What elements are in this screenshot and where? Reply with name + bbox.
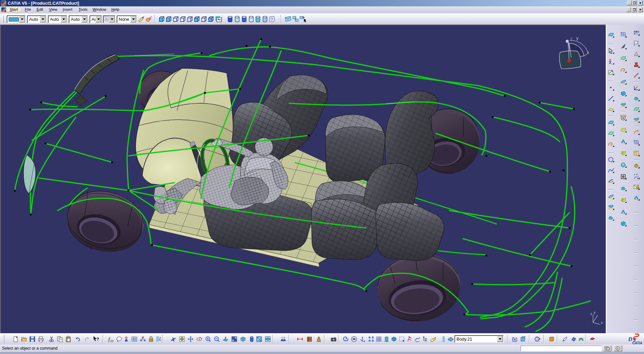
svg-text:(x): (x) (110, 339, 113, 342)
svg-text:x: x (601, 321, 603, 324)
svg-text:z: z (570, 36, 573, 41)
svg-text:?: ? (97, 337, 99, 342)
svg-text:i: i (617, 347, 618, 350)
svg-text:f: f (108, 337, 110, 342)
svg-text:ABC: ABC (634, 30, 640, 33)
svg-text:y: y (594, 311, 595, 314)
svg-text:y: y (576, 36, 579, 41)
svg-text:CATIA: CATIA (632, 341, 642, 345)
svg-text:z: z (590, 312, 592, 316)
svg-text:?: ? (271, 17, 273, 22)
svg-text:=: = (160, 339, 161, 342)
svg-text:D: D (628, 336, 632, 342)
svg-text:x: x (587, 50, 589, 55)
